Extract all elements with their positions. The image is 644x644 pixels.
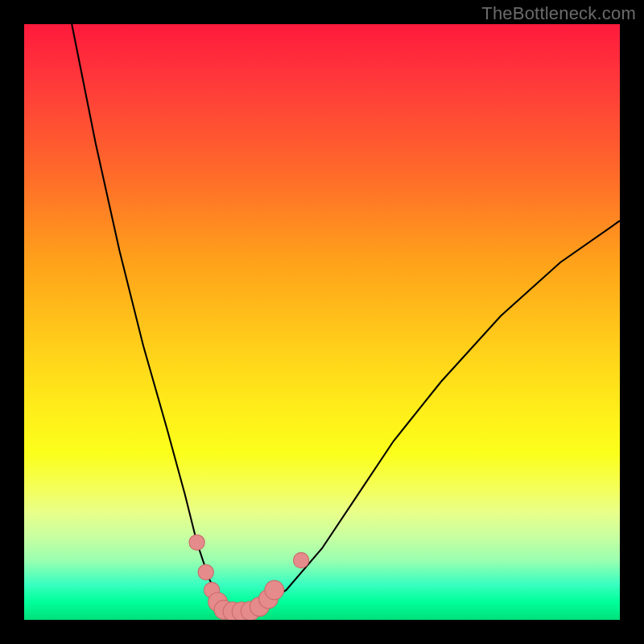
curve-marker	[198, 564, 213, 580]
curve-marker	[189, 535, 204, 550]
chart-plot-area	[24, 24, 620, 620]
marker-group	[189, 535, 309, 620]
bottleneck-curve-path	[72, 24, 620, 611]
watermark-text: TheBottleneck.com	[481, 3, 636, 24]
curve-marker	[293, 552, 308, 568]
curve-marker	[265, 580, 284, 600]
bottleneck-curve-svg	[24, 24, 620, 620]
